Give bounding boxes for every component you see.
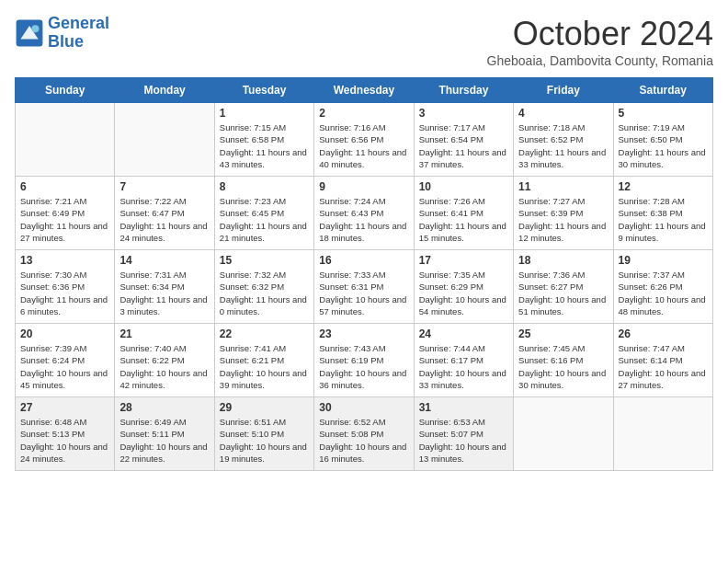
month-title: October 2024 xyxy=(487,15,713,53)
day-number: 24 xyxy=(419,327,508,340)
day-number: 4 xyxy=(518,107,608,120)
day-number: 7 xyxy=(119,180,209,193)
calendar-cell xyxy=(115,103,214,177)
day-number: 21 xyxy=(119,327,209,340)
location-subtitle: Gheboaia, Dambovita County, Romania xyxy=(487,53,713,68)
day-detail: Sunrise: 6:52 AMSunset: 5:08 PMDaylight:… xyxy=(319,416,408,465)
calendar-cell: 9Sunrise: 7:24 AMSunset: 6:43 PMDaylight… xyxy=(314,177,414,250)
calendar-cell: 23Sunrise: 7:43 AMSunset: 6:19 PMDayligh… xyxy=(314,324,414,397)
day-detail: Sunrise: 7:39 AMSunset: 6:24 PMDaylight:… xyxy=(20,342,109,391)
calendar-cell: 5Sunrise: 7:19 AMSunset: 6:50 PMDaylight… xyxy=(613,103,712,177)
calendar-cell: 21Sunrise: 7:40 AMSunset: 6:22 PMDayligh… xyxy=(115,324,214,397)
calendar-cell: 31Sunrise: 6:53 AMSunset: 5:07 PMDayligh… xyxy=(414,397,513,471)
day-detail: Sunrise: 7:16 AMSunset: 6:56 PMDaylight:… xyxy=(319,121,408,170)
day-number: 31 xyxy=(419,401,508,414)
calendar-cell: 30Sunrise: 6:52 AMSunset: 5:08 PMDayligh… xyxy=(314,397,414,471)
day-number: 11 xyxy=(518,180,608,193)
calendar-cell: 24Sunrise: 7:44 AMSunset: 6:17 PMDayligh… xyxy=(414,324,513,397)
day-detail: Sunrise: 7:17 AMSunset: 6:54 PMDaylight:… xyxy=(419,121,508,170)
day-number: 17 xyxy=(419,254,508,267)
day-detail: Sunrise: 7:45 AMSunset: 6:16 PMDaylight:… xyxy=(518,342,608,391)
calendar-body: 1Sunrise: 7:15 AMSunset: 6:58 PMDaylight… xyxy=(16,103,713,471)
day-detail: Sunrise: 7:44 AMSunset: 6:17 PMDaylight:… xyxy=(419,342,508,391)
calendar-cell: 19Sunrise: 7:37 AMSunset: 6:26 PMDayligh… xyxy=(613,250,712,324)
day-number: 6 xyxy=(20,180,109,193)
calendar-cell: 3Sunrise: 7:17 AMSunset: 6:54 PMDaylight… xyxy=(414,103,513,177)
day-number: 12 xyxy=(619,180,708,193)
calendar-table: SundayMondayTuesdayWednesdayThursdayFrid… xyxy=(15,77,713,471)
day-detail: Sunrise: 7:19 AMSunset: 6:50 PMDaylight:… xyxy=(619,121,708,170)
day-number: 5 xyxy=(619,107,708,120)
calendar-cell: 25Sunrise: 7:45 AMSunset: 6:16 PMDayligh… xyxy=(514,324,613,397)
weekday-header-monday: Monday xyxy=(115,78,214,103)
day-detail: Sunrise: 7:26 AMSunset: 6:41 PMDaylight:… xyxy=(419,195,508,244)
day-detail: Sunrise: 7:24 AMSunset: 6:43 PMDaylight:… xyxy=(319,195,408,244)
calendar-cell: 13Sunrise: 7:30 AMSunset: 6:36 PMDayligh… xyxy=(16,250,115,324)
day-detail: Sunrise: 7:28 AMSunset: 6:38 PMDaylight:… xyxy=(619,195,708,244)
day-number: 19 xyxy=(619,254,708,267)
day-number: 1 xyxy=(220,107,309,120)
calendar-cell: 4Sunrise: 7:18 AMSunset: 6:52 PMDaylight… xyxy=(514,103,613,177)
day-number: 22 xyxy=(220,327,309,340)
day-number: 26 xyxy=(619,327,708,340)
day-detail: Sunrise: 7:47 AMSunset: 6:14 PMDaylight:… xyxy=(619,342,708,391)
weekday-header-saturday: Saturday xyxy=(613,78,712,103)
day-detail: Sunrise: 7:18 AMSunset: 6:52 PMDaylight:… xyxy=(518,121,608,170)
day-detail: Sunrise: 7:32 AMSunset: 6:32 PMDaylight:… xyxy=(220,269,309,317)
day-detail: Sunrise: 7:23 AMSunset: 6:45 PMDaylight:… xyxy=(220,195,309,244)
day-number: 8 xyxy=(220,180,309,193)
day-detail: Sunrise: 6:51 AMSunset: 5:10 PMDaylight:… xyxy=(220,416,309,465)
title-area: October 2024 Gheboaia, Dambovita County,… xyxy=(487,15,713,68)
day-detail: Sunrise: 7:27 AMSunset: 6:39 PMDaylight:… xyxy=(518,195,608,244)
calendar-cell: 8Sunrise: 7:23 AMSunset: 6:45 PMDaylight… xyxy=(214,177,313,250)
calendar-cell: 1Sunrise: 7:15 AMSunset: 6:58 PMDaylight… xyxy=(214,103,313,177)
week-row-3: 20Sunrise: 7:39 AMSunset: 6:24 PMDayligh… xyxy=(16,324,713,397)
day-number: 23 xyxy=(319,327,408,340)
day-detail: Sunrise: 7:40 AMSunset: 6:22 PMDaylight:… xyxy=(119,342,209,391)
day-detail: Sunrise: 7:43 AMSunset: 6:19 PMDaylight:… xyxy=(319,342,408,391)
calendar-cell: 6Sunrise: 7:21 AMSunset: 6:49 PMDaylight… xyxy=(16,177,115,250)
calendar-cell: 18Sunrise: 7:36 AMSunset: 6:27 PMDayligh… xyxy=(514,250,613,324)
day-number: 3 xyxy=(419,107,508,120)
day-number: 28 xyxy=(119,401,209,414)
day-number: 30 xyxy=(319,401,408,414)
logo-icon xyxy=(15,18,44,48)
svg-point-2 xyxy=(31,25,39,32)
weekday-header-friday: Friday xyxy=(514,78,613,103)
day-detail: Sunrise: 6:48 AMSunset: 5:13 PMDaylight:… xyxy=(20,416,109,465)
day-number: 27 xyxy=(20,401,109,414)
day-number: 16 xyxy=(319,254,408,267)
day-number: 9 xyxy=(319,180,408,193)
calendar-cell: 26Sunrise: 7:47 AMSunset: 6:14 PMDayligh… xyxy=(613,324,712,397)
calendar-cell: 15Sunrise: 7:32 AMSunset: 6:32 PMDayligh… xyxy=(214,250,313,324)
week-row-1: 6Sunrise: 7:21 AMSunset: 6:49 PMDaylight… xyxy=(16,177,713,250)
logo: General Blue xyxy=(15,15,109,52)
day-detail: Sunrise: 7:15 AMSunset: 6:58 PMDaylight:… xyxy=(220,121,309,170)
calendar-cell: 14Sunrise: 7:31 AMSunset: 6:34 PMDayligh… xyxy=(115,250,214,324)
weekday-header-row: SundayMondayTuesdayWednesdayThursdayFrid… xyxy=(16,78,713,103)
day-number: 15 xyxy=(220,254,309,267)
week-row-0: 1Sunrise: 7:15 AMSunset: 6:58 PMDaylight… xyxy=(16,103,713,177)
weekday-header-thursday: Thursday xyxy=(414,78,513,103)
day-detail: Sunrise: 7:36 AMSunset: 6:27 PMDaylight:… xyxy=(518,269,608,317)
day-number: 18 xyxy=(518,254,608,267)
calendar-cell xyxy=(16,103,115,177)
logo-text: General Blue xyxy=(48,15,109,52)
calendar-cell xyxy=(613,397,712,471)
day-detail: Sunrise: 7:21 AMSunset: 6:49 PMDaylight:… xyxy=(20,195,109,244)
day-detail: Sunrise: 7:33 AMSunset: 6:31 PMDaylight:… xyxy=(319,269,408,317)
calendar-cell: 20Sunrise: 7:39 AMSunset: 6:24 PMDayligh… xyxy=(16,324,115,397)
calendar-cell: 10Sunrise: 7:26 AMSunset: 6:41 PMDayligh… xyxy=(414,177,513,250)
day-detail: Sunrise: 6:53 AMSunset: 5:07 PMDaylight:… xyxy=(419,416,508,465)
calendar-cell xyxy=(514,397,613,471)
day-detail: Sunrise: 7:31 AMSunset: 6:34 PMDaylight:… xyxy=(119,269,209,317)
weekday-header-tuesday: Tuesday xyxy=(214,78,313,103)
page-header: General Blue October 2024 Gheboaia, Damb… xyxy=(15,15,713,68)
weekday-header-wednesday: Wednesday xyxy=(314,78,414,103)
calendar-cell: 12Sunrise: 7:28 AMSunset: 6:38 PMDayligh… xyxy=(613,177,712,250)
day-number: 13 xyxy=(20,254,109,267)
calendar-cell: 7Sunrise: 7:22 AMSunset: 6:47 PMDaylight… xyxy=(115,177,214,250)
calendar-cell: 17Sunrise: 7:35 AMSunset: 6:29 PMDayligh… xyxy=(414,250,513,324)
calendar-cell: 28Sunrise: 6:49 AMSunset: 5:11 PMDayligh… xyxy=(115,397,214,471)
calendar-cell: 27Sunrise: 6:48 AMSunset: 5:13 PMDayligh… xyxy=(16,397,115,471)
